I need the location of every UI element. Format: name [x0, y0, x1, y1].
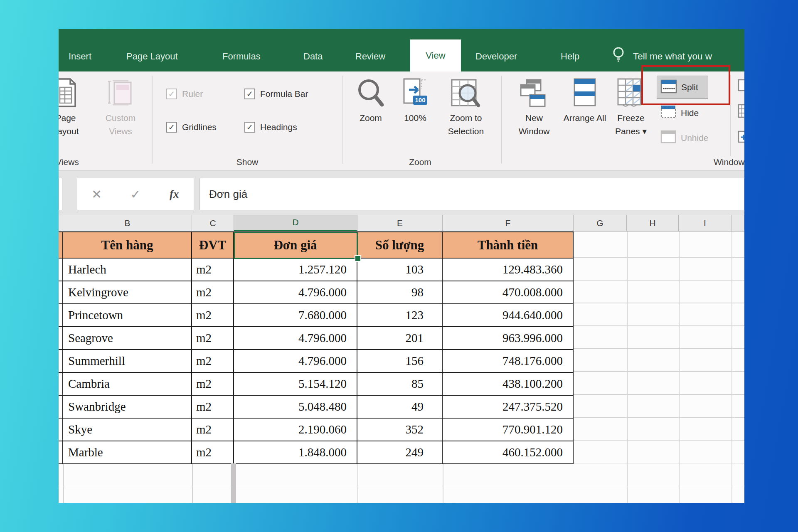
header-thanh-tien[interactable]: Thành tiền: [443, 232, 574, 259]
cell-qty[interactable]: 123: [357, 304, 443, 327]
cell-total[interactable]: 247.375.520: [443, 396, 574, 419]
reset-window-position-icon[interactable]: [737, 129, 744, 146]
unhide-icon: [660, 130, 677, 146]
cell-unit[interactable]: m2: [192, 373, 234, 396]
insert-function-icon[interactable]: fx: [155, 188, 194, 201]
cell-unit[interactable]: m2: [192, 441, 234, 464]
cell-price[interactable]: 2.190.060: [234, 419, 357, 441]
gridlines-checkbox[interactable]: ✓ Gridlines: [166, 122, 217, 133]
tab-page-layout[interactable]: Page Layout: [126, 42, 178, 71]
freeze-panes-button[interactable]: Freeze Panes ▾: [607, 76, 655, 157]
cell-total[interactable]: 438.100.200: [443, 373, 574, 396]
table-cell-partial: [59, 259, 63, 281]
zoom-100-button[interactable]: 100 100%: [392, 76, 439, 157]
cell-qty[interactable]: 201: [357, 327, 443, 350]
cell-name[interactable]: Seagrove: [63, 327, 192, 350]
group-separator: [152, 76, 153, 164]
zoom-button[interactable]: Zoom: [347, 76, 394, 157]
column-header-b[interactable]: B: [63, 215, 192, 231]
cell-name[interactable]: Harlech: [63, 259, 192, 281]
split-button[interactable]: Split: [657, 76, 708, 99]
cell-qty[interactable]: 352: [357, 419, 443, 441]
column-header-j-partial[interactable]: [732, 215, 744, 231]
cell-unit[interactable]: m2: [192, 350, 234, 373]
tab-review[interactable]: Review: [355, 42, 385, 71]
tab-formulas[interactable]: Formulas: [222, 42, 261, 71]
cell-name[interactable]: Summerhill: [63, 350, 192, 373]
cell-qty[interactable]: 49: [357, 396, 443, 419]
formula-bar-input[interactable]: Đơn giá: [200, 178, 744, 210]
arrange-all-button[interactable]: Arrange All: [561, 76, 608, 157]
zoom-to-selection-button[interactable]: Zoom to Selection: [442, 76, 490, 157]
cell-unit[interactable]: m2: [192, 327, 234, 350]
cell-total[interactable]: 770.901.120: [443, 419, 574, 441]
new-window-label: New Window: [510, 111, 558, 138]
cell-unit[interactable]: m2: [192, 281, 234, 304]
cell-price[interactable]: 7.680.000: [234, 304, 357, 327]
page-layout-button[interactable]: Page Layout: [59, 76, 89, 157]
cell-total[interactable]: 944.640.000: [443, 304, 574, 327]
column-header-h[interactable]: H: [627, 215, 679, 231]
tab-data[interactable]: Data: [303, 42, 323, 71]
cell-unit[interactable]: m2: [192, 419, 234, 441]
header-so-luong[interactable]: Số lượng: [357, 232, 443, 259]
cell-qty[interactable]: 156: [357, 350, 443, 373]
cancel-icon[interactable]: ✕: [77, 187, 116, 202]
cell-qty[interactable]: 85: [357, 373, 443, 396]
cell-name[interactable]: Princetown: [63, 304, 192, 327]
cell-total[interactable]: 963.996.000: [443, 327, 574, 350]
tab-developer[interactable]: Developer: [475, 42, 517, 71]
cell-price[interactable]: 1.848.000: [234, 441, 357, 464]
cell-total[interactable]: 129.483.360: [443, 259, 574, 281]
synchronous-scrolling-icon[interactable]: [737, 103, 744, 121]
formula-bar-checkbox[interactable]: ✓ Formula Bar: [244, 89, 308, 99]
cell-price[interactable]: 4.796.000: [234, 281, 357, 304]
cell-unit[interactable]: m2: [192, 396, 234, 419]
column-header-i[interactable]: I: [679, 215, 732, 231]
header-dvt[interactable]: ĐVT: [192, 232, 234, 259]
tab-view[interactable]: View: [410, 39, 461, 71]
cell-qty[interactable]: 249: [357, 441, 443, 464]
data-table: Tên hàng ĐVT Đơn giá Số lượng Thành tiền…: [59, 232, 574, 464]
unhide-button[interactable]: Unhide: [660, 130, 709, 146]
headings-checkbox[interactable]: ✓ Headings: [244, 122, 297, 133]
cell-name[interactable]: Cambria: [63, 373, 192, 396]
checkbox-checked-icon: ✓: [166, 89, 177, 99]
column-header-c[interactable]: C: [192, 215, 234, 231]
cell-price[interactable]: 4.796.000: [234, 350, 357, 373]
cell-name[interactable]: Swanbridge: [63, 396, 192, 419]
new-window-button[interactable]: New Window: [510, 76, 558, 157]
fill-handle[interactable]: [355, 255, 361, 262]
header-don-gia-selected-cell[interactable]: Đơn giá: [234, 232, 357, 259]
cell-name[interactable]: Marble: [63, 441, 192, 464]
cell-qty[interactable]: 98: [357, 281, 443, 304]
cell-total[interactable]: 748.176.000: [443, 350, 574, 373]
worksheet-grid: Tên hàng ĐVT Đơn giá Số lượng Thành tiền…: [59, 232, 744, 503]
view-side-by-side-icon[interactable]: [737, 77, 744, 95]
header-ten-hang[interactable]: Tên hàng: [63, 232, 192, 259]
column-header-a-partial[interactable]: [59, 215, 63, 231]
cell-name[interactable]: Kelvingrove: [63, 281, 192, 304]
cell-total[interactable]: 470.008.000: [443, 281, 574, 304]
tab-insert[interactable]: Insert: [69, 42, 91, 71]
custom-views-button[interactable]: Custom Views: [97, 76, 144, 157]
ruler-checkbox[interactable]: ✓ Ruler: [166, 89, 203, 99]
cell-price[interactable]: 5.154.120: [234, 373, 357, 396]
column-header-g[interactable]: G: [574, 215, 627, 231]
cell-qty[interactable]: 103: [357, 259, 443, 281]
tell-me-box[interactable]: Tell me what you w: [611, 42, 712, 71]
cell-total[interactable]: 460.152.000: [443, 441, 574, 464]
cell-price[interactable]: 4.796.000: [234, 327, 357, 350]
cell-price[interactable]: 5.048.480: [234, 396, 357, 419]
cell-price[interactable]: 1.257.120: [234, 259, 357, 281]
tab-help[interactable]: Help: [561, 42, 579, 71]
hide-button[interactable]: Hide: [660, 105, 699, 121]
column-header-e[interactable]: E: [357, 215, 443, 231]
column-header-d[interactable]: D: [234, 215, 357, 231]
cell-unit[interactable]: m2: [192, 259, 234, 281]
cell-name[interactable]: Skye: [63, 419, 192, 441]
column-header-f[interactable]: F: [443, 215, 574, 231]
cell-unit[interactable]: m2: [192, 304, 234, 327]
svg-text:100: 100: [415, 96, 425, 103]
enter-icon[interactable]: ✓: [116, 187, 155, 202]
